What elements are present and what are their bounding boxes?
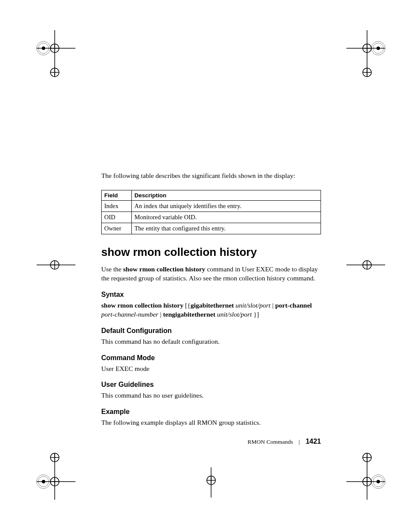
page-content: The following table describes the signif… — [101, 171, 321, 427]
svg-point-18 — [377, 47, 380, 50]
syntax-arg: port-channel-number — [101, 311, 159, 318]
page-number: 1421 — [305, 438, 321, 445]
text: | — [271, 302, 275, 309]
section-heading: show rmon collection history — [101, 246, 321, 259]
svg-point-7 — [42, 47, 45, 50]
syntax-arg: unit/slot/port — [217, 311, 252, 318]
table-row: Index An index that uniquely identifies … — [102, 200, 321, 212]
syntax-arg: unit/slot/port — [236, 302, 271, 309]
cell-desc: An index that uniquely identifies the en… — [132, 200, 321, 212]
cell-field: OID — [102, 212, 132, 223]
user-guidelines-heading: User Guidelines — [101, 381, 321, 389]
command-mode-heading: Command Mode — [101, 354, 321, 362]
regmark-top-right — [346, 30, 398, 82]
example-heading: Example — [101, 408, 321, 416]
text: Use the — [101, 265, 123, 273]
text: | — [159, 311, 163, 318]
description-paragraph: Use the show rmon collection history com… — [101, 265, 321, 283]
syntax-kw: tengigabitethernet — [163, 311, 215, 318]
svg-point-55 — [377, 480, 380, 483]
cell-field: Index — [102, 200, 132, 212]
text: [{ — [184, 302, 190, 309]
regmark-top-left — [24, 30, 75, 82]
syntax-cmd: show rmon collection history — [101, 302, 184, 309]
svg-point-40 — [42, 480, 45, 483]
default-config-text: This command has no default configuratio… — [101, 337, 321, 346]
th-desc: Description — [132, 190, 321, 200]
table-row: OID Monitored variable OID. — [102, 212, 321, 223]
command-mode-text: User EXEC mode — [101, 364, 321, 373]
footer-section: RMON Commands — [248, 439, 293, 445]
syntax-kw: gigabitethernet — [190, 302, 234, 309]
table-row: Owner The entity that configured this en… — [102, 223, 321, 234]
page-footer: RMON Commands | 1421 — [101, 438, 321, 445]
regmark-mid-left — [24, 239, 75, 291]
user-guidelines-text: This command has no user guidelines. — [101, 391, 321, 400]
syntax-kw: port-channel — [275, 302, 312, 309]
cell-desc: The entity that configured this entry. — [132, 223, 321, 234]
text: }] — [252, 311, 259, 318]
cell-field: Owner — [102, 223, 132, 234]
regmark-bottom-left — [24, 448, 75, 500]
default-config-heading: Default Configuration — [101, 327, 321, 335]
regmark-mid-right — [346, 239, 398, 291]
footer-separator: | — [299, 439, 300, 445]
th-field: Field — [102, 190, 132, 200]
regmark-bottom-center — [185, 454, 237, 506]
intro-text: The following table describes the signif… — [101, 171, 321, 180]
syntax-line: show rmon collection history [{gigabitet… — [101, 301, 321, 319]
command-name: show rmon collection history — [123, 265, 206, 273]
cell-desc: Monitored variable OID. — [132, 212, 321, 223]
example-text: The following example displays all RMON … — [101, 418, 321, 427]
syntax-heading: Syntax — [101, 291, 321, 299]
fields-table: Field Description Index An index that un… — [101, 190, 321, 234]
regmark-bottom-right — [346, 448, 398, 500]
